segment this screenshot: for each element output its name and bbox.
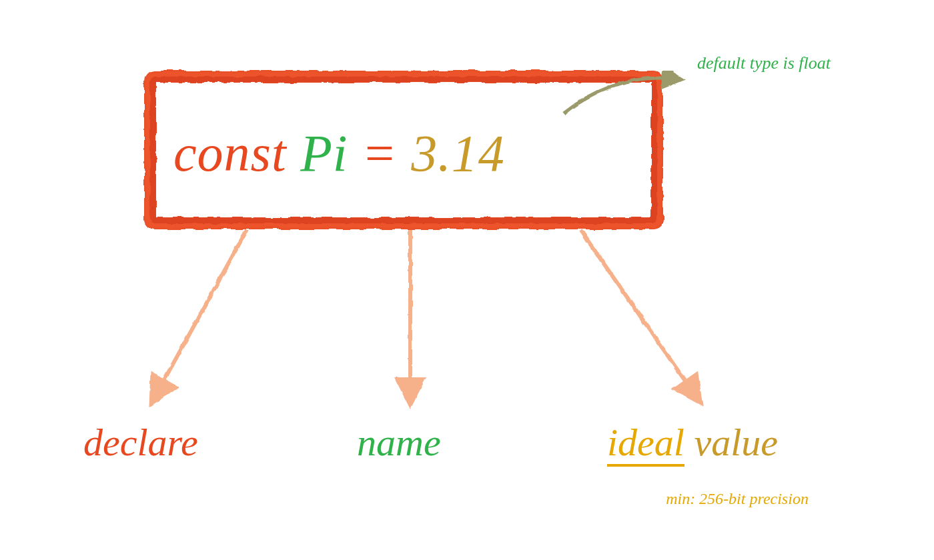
svg-line-5 [580, 230, 694, 393]
token-equals: = [362, 124, 398, 182]
diagram-svg [0, 0, 934, 560]
token-keyword: const [173, 124, 287, 182]
diagram-stage: const Pi = 3.14 declare name ideal value… [0, 0, 934, 560]
code-line: const Pi = 3.14 [173, 123, 654, 183]
svg-line-3 [157, 230, 247, 393]
token-value: 3.14 [411, 124, 505, 182]
annotation-value: ideal value [607, 420, 778, 465]
arrows-down [157, 230, 694, 393]
annotation-name: name [357, 420, 441, 465]
annotation-declare: declare [83, 420, 198, 465]
arrow-type-note [564, 78, 674, 113]
token-name: Pi [300, 124, 348, 182]
annotation-precision: min: 256-bit precision [627, 490, 847, 508]
annotation-ideal: ideal [607, 421, 684, 467]
annotation-type-note: default type is float [687, 53, 841, 73]
annotation-value-word: value [694, 421, 778, 464]
